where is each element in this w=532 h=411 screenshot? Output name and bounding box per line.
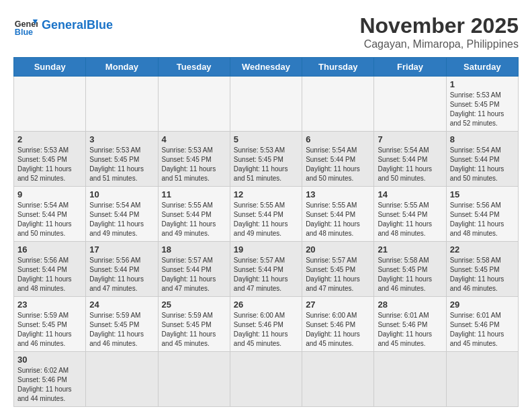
header: General Blue GeneralBlue November 2025 C…	[13, 13, 519, 50]
day-info: Sunrise: 5:57 AM Sunset: 5:44 PM Dayligh…	[162, 256, 226, 293]
day-info: Sunrise: 6:02 AM Sunset: 5:46 PM Dayligh…	[17, 366, 82, 404]
svg-text:Blue: Blue	[15, 28, 33, 37]
weekday-header-tuesday: Tuesday	[158, 58, 230, 77]
weekday-header-row: SundayMondayTuesdayWednesdayThursdayFrid…	[14, 58, 519, 77]
weekday-header-wednesday: Wednesday	[230, 58, 302, 77]
day-number: 16	[17, 244, 82, 255]
day-number: 5	[234, 134, 298, 144]
day-info: Sunrise: 5:56 AM Sunset: 5:44 PM Dayligh…	[450, 201, 515, 238]
day-number: 1	[450, 79, 515, 89]
calendar-cell: 24Sunrise: 5:59 AM Sunset: 5:45 PM Dayli…	[86, 297, 158, 352]
day-info: Sunrise: 6:00 AM Sunset: 5:46 PM Dayligh…	[234, 311, 298, 349]
day-number: 11	[162, 189, 226, 199]
day-number: 17	[89, 244, 154, 255]
day-number: 12	[234, 189, 298, 199]
logo-text: GeneralBlue	[42, 19, 113, 32]
weekday-header-sunday: Sunday	[14, 58, 86, 77]
day-number: 23	[17, 300, 82, 310]
calendar-cell	[230, 352, 302, 407]
day-info: Sunrise: 5:53 AM Sunset: 5:45 PM Dayligh…	[89, 146, 154, 183]
day-info: Sunrise: 5:54 AM Sunset: 5:44 PM Dayligh…	[306, 146, 370, 183]
calendar-cell: 11Sunrise: 5:55 AM Sunset: 5:44 PM Dayli…	[158, 187, 230, 242]
day-number: 20	[306, 244, 370, 255]
day-info: Sunrise: 6:01 AM Sunset: 5:46 PM Dayligh…	[378, 311, 442, 349]
calendar-cell	[230, 77, 302, 132]
day-number: 28	[378, 300, 442, 310]
day-number: 3	[89, 134, 154, 144]
day-number: 4	[162, 134, 226, 144]
day-info: Sunrise: 5:53 AM Sunset: 5:45 PM Dayligh…	[234, 146, 298, 183]
day-number: 21	[378, 244, 442, 255]
day-info: Sunrise: 5:53 AM Sunset: 5:45 PM Dayligh…	[162, 146, 226, 183]
calendar-cell: 27Sunrise: 6:00 AM Sunset: 5:46 PM Dayli…	[302, 297, 374, 352]
day-number: 9	[17, 189, 82, 199]
title-section: November 2025 Cagayan, Mimaropa, Philipp…	[359, 13, 519, 50]
calendar-cell: 29Sunrise: 6:01 AM Sunset: 5:46 PM Dayli…	[446, 297, 518, 352]
calendar-cell: 17Sunrise: 5:56 AM Sunset: 5:44 PM Dayli…	[86, 242, 158, 297]
day-info: Sunrise: 5:56 AM Sunset: 5:44 PM Dayligh…	[89, 256, 154, 293]
weekday-header-thursday: Thursday	[302, 58, 374, 77]
calendar-cell	[446, 352, 518, 407]
logo: General Blue GeneralBlue	[13, 13, 113, 38]
week-row-2: 2Sunrise: 5:53 AM Sunset: 5:45 PM Daylig…	[14, 132, 519, 187]
day-info: Sunrise: 5:55 AM Sunset: 5:44 PM Dayligh…	[162, 201, 226, 238]
day-number: 19	[234, 244, 298, 255]
calendar-cell	[14, 77, 86, 132]
week-row-3: 9Sunrise: 5:54 AM Sunset: 5:44 PM Daylig…	[14, 187, 519, 242]
calendar-cell: 8Sunrise: 5:54 AM Sunset: 5:44 PM Daylig…	[446, 132, 518, 187]
calendar-cell: 10Sunrise: 5:54 AM Sunset: 5:44 PM Dayli…	[86, 187, 158, 242]
calendar-cell: 12Sunrise: 5:55 AM Sunset: 5:44 PM Dayli…	[230, 187, 302, 242]
weekday-header-friday: Friday	[374, 58, 446, 77]
day-number: 29	[450, 300, 515, 310]
day-info: Sunrise: 6:01 AM Sunset: 5:46 PM Dayligh…	[450, 311, 515, 349]
calendar-cell: 5Sunrise: 5:53 AM Sunset: 5:45 PM Daylig…	[230, 132, 302, 187]
day-info: Sunrise: 5:55 AM Sunset: 5:44 PM Dayligh…	[306, 201, 370, 238]
calendar-cell	[86, 352, 158, 407]
day-info: Sunrise: 5:57 AM Sunset: 5:45 PM Dayligh…	[306, 256, 370, 293]
day-info: Sunrise: 5:58 AM Sunset: 5:45 PM Dayligh…	[450, 256, 515, 293]
weekday-header-saturday: Saturday	[446, 58, 518, 77]
calendar-cell: 1Sunrise: 5:53 AM Sunset: 5:45 PM Daylig…	[446, 77, 518, 132]
day-info: Sunrise: 5:57 AM Sunset: 5:44 PM Dayligh…	[234, 256, 298, 293]
day-info: Sunrise: 5:54 AM Sunset: 5:44 PM Dayligh…	[450, 146, 515, 183]
calendar-cell: 18Sunrise: 5:57 AM Sunset: 5:44 PM Dayli…	[158, 242, 230, 297]
week-row-4: 16Sunrise: 5:56 AM Sunset: 5:44 PM Dayli…	[14, 242, 519, 297]
calendar-cell	[302, 77, 374, 132]
day-info: Sunrise: 5:54 AM Sunset: 5:44 PM Dayligh…	[17, 201, 82, 238]
day-info: Sunrise: 5:59 AM Sunset: 5:45 PM Dayligh…	[17, 311, 82, 349]
day-number: 15	[450, 189, 515, 199]
calendar-cell: 15Sunrise: 5:56 AM Sunset: 5:44 PM Dayli…	[446, 187, 518, 242]
week-row-6: 30Sunrise: 6:02 AM Sunset: 5:46 PM Dayli…	[14, 352, 519, 407]
calendar-cell	[158, 77, 230, 132]
day-number: 14	[378, 189, 442, 199]
calendar-cell: 22Sunrise: 5:58 AM Sunset: 5:45 PM Dayli…	[446, 242, 518, 297]
day-number: 25	[162, 300, 226, 310]
day-number: 6	[306, 134, 370, 144]
calendar-cell: 16Sunrise: 5:56 AM Sunset: 5:44 PM Dayli…	[14, 242, 86, 297]
day-info: Sunrise: 5:59 AM Sunset: 5:45 PM Dayligh…	[89, 311, 154, 349]
day-number: 7	[378, 134, 442, 144]
day-number: 10	[89, 189, 154, 199]
calendar-cell: 19Sunrise: 5:57 AM Sunset: 5:44 PM Dayli…	[230, 242, 302, 297]
day-info: Sunrise: 5:54 AM Sunset: 5:44 PM Dayligh…	[378, 146, 442, 183]
calendar-cell: 21Sunrise: 5:58 AM Sunset: 5:45 PM Dayli…	[374, 242, 446, 297]
week-row-1: 1Sunrise: 5:53 AM Sunset: 5:45 PM Daylig…	[14, 77, 519, 132]
calendar-cell: 7Sunrise: 5:54 AM Sunset: 5:44 PM Daylig…	[374, 132, 446, 187]
day-info: Sunrise: 5:53 AM Sunset: 5:45 PM Dayligh…	[17, 146, 82, 183]
month-title: November 2025	[359, 13, 519, 38]
day-info: Sunrise: 5:55 AM Sunset: 5:44 PM Dayligh…	[378, 201, 442, 238]
day-number: 2	[17, 134, 82, 144]
calendar-cell	[86, 77, 158, 132]
day-info: Sunrise: 5:59 AM Sunset: 5:45 PM Dayligh…	[162, 311, 226, 349]
calendar-cell: 4Sunrise: 5:53 AM Sunset: 5:45 PM Daylig…	[158, 132, 230, 187]
calendar-cell: 26Sunrise: 6:00 AM Sunset: 5:46 PM Dayli…	[230, 297, 302, 352]
day-number: 24	[89, 300, 154, 310]
day-info: Sunrise: 5:55 AM Sunset: 5:44 PM Dayligh…	[234, 201, 298, 238]
weekday-header-monday: Monday	[86, 58, 158, 77]
calendar-cell: 28Sunrise: 6:01 AM Sunset: 5:46 PM Dayli…	[374, 297, 446, 352]
calendar-cell: 30Sunrise: 6:02 AM Sunset: 5:46 PM Dayli…	[14, 352, 86, 407]
day-number: 13	[306, 189, 370, 199]
week-row-5: 23Sunrise: 5:59 AM Sunset: 5:45 PM Dayli…	[14, 297, 519, 352]
calendar-cell: 25Sunrise: 5:59 AM Sunset: 5:45 PM Dayli…	[158, 297, 230, 352]
day-number: 18	[162, 244, 226, 255]
